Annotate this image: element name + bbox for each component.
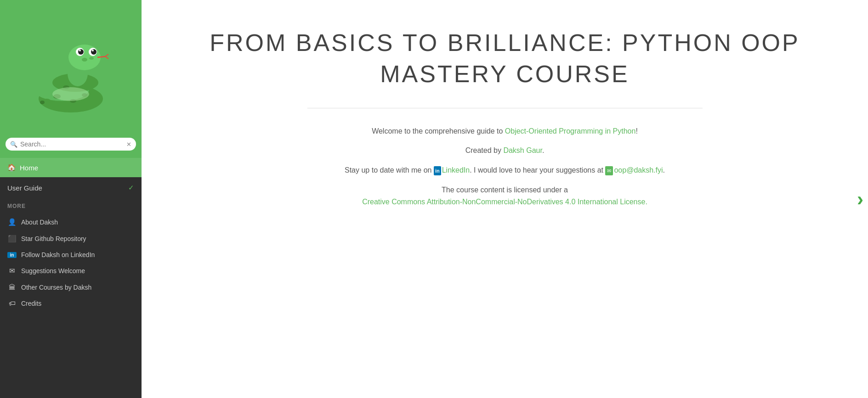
more-section: MORE 👤 About Daksh ⬛ Star Github Reposit… [0, 196, 142, 315]
search-icon: 🔍 [10, 141, 17, 148]
svg-point-16 [82, 58, 87, 62]
email-inline-icon: ✉ [605, 166, 613, 176]
stay-updated-suffix: . [663, 166, 665, 174]
suggestions-label: Suggestions Welcome [21, 267, 85, 275]
svg-point-23 [40, 101, 45, 104]
more-label: MORE [7, 203, 134, 209]
license-link-text: Creative Commons Attribution-NonCommerci… [362, 198, 645, 206]
divider [307, 108, 703, 108]
main-content: FROM BASICS TO BRILLIANCE: PYTHON OOP MA… [142, 0, 868, 398]
user-guide-check-icon: ✓ [128, 184, 134, 192]
oop-highlight: Object-Oriented Programming in Python [505, 127, 636, 135]
linkedin-icon: in [7, 252, 17, 258]
svg-point-15 [92, 50, 94, 51]
created-by: Created by Daksh Gaur. [465, 146, 545, 155]
author-link[interactable]: Daksh Gaur [503, 146, 542, 154]
svg-point-12 [78, 49, 84, 55]
send-icon: ✉ [7, 267, 17, 275]
user-guide-label: User Guide [7, 184, 42, 192]
search-clear-button[interactable]: ✕ [126, 141, 131, 148]
sidebar-item-follow-linkedin[interactable]: in Follow Daksh on LinkedIn [7, 247, 134, 263]
sidebar-item-suggestions[interactable]: ✉ Suggestions Welcome [7, 263, 134, 279]
created-by-suffix: . [542, 146, 544, 154]
sidebar-item-star-github[interactable]: ⬛ Star Github Repository [7, 230, 134, 247]
search-bar: 🔍 ✕ [0, 133, 142, 158]
welcome-prefix: Welcome to the comprehensive guide to [372, 127, 505, 135]
stay-updated-prefix: Stay up to date with me on [345, 166, 434, 174]
search-container: 🔍 ✕ [6, 138, 136, 151]
sidebar: 🔍 ✕ 🏠 Home User Guide ✓ MORE 👤 About Dak… [0, 0, 142, 398]
linkedin-link[interactable]: LinkedIn [442, 166, 470, 174]
github-icon: ⬛ [7, 235, 17, 243]
content-area: FROM BASICS TO BRILLIANCE: PYTHON OOP MA… [142, 0, 868, 398]
welcome-suffix: ! [635, 127, 637, 135]
star-github-label: Star Github Repository [21, 235, 86, 242]
welcome-text: Welcome to the comprehensive guide to Ob… [372, 125, 638, 137]
sidebar-item-about-daksh[interactable]: 👤 About Daksh [7, 214, 134, 230]
page-title: FROM BASICS TO BRILLIANCE: PYTHON OOP MA… [178, 28, 831, 90]
home-icon: 🏠 [7, 163, 16, 172]
created-by-prefix: Created by [465, 146, 504, 154]
home-label: Home [20, 164, 38, 172]
svg-point-9 [68, 45, 101, 70]
svg-line-20 [105, 56, 108, 59]
license-text: The course content is licensed under a [442, 186, 568, 194]
sidebar-item-other-courses[interactable]: 🏛 Other Courses by Daksh [7, 279, 134, 295]
license-link[interactable]: Creative Commons Attribution-NonCommerci… [362, 198, 647, 206]
svg-point-13 [91, 49, 96, 55]
email-link[interactable]: oop@daksh.fyi [614, 166, 663, 174]
svg-point-17 [89, 57, 94, 60]
person-icon: 👤 [7, 218, 17, 226]
snake-logo [25, 16, 117, 117]
stay-updated-text: Stay up to date with me on inLinkedIn. I… [345, 164, 665, 176]
user-guide-section[interactable]: User Guide ✓ [0, 177, 142, 196]
svg-point-14 [79, 50, 81, 51]
credits-icon: 🏷 [7, 299, 17, 307]
linkedin-inline-icon: in [434, 166, 441, 176]
stay-updated-mid: . I would love to hear your suggestions … [470, 166, 605, 174]
sidebar-item-credits[interactable]: 🏷 Credits [7, 295, 134, 311]
svg-line-19 [105, 54, 108, 56]
home-nav-item[interactable]: 🏠 Home [0, 158, 142, 177]
about-daksh-label: About Daksh [21, 219, 58, 226]
sidebar-header [0, 0, 142, 133]
search-input[interactable] [20, 140, 126, 148]
credits-label: Credits [21, 300, 41, 307]
svg-point-21 [52, 87, 89, 101]
bank-icon: 🏛 [7, 283, 17, 291]
license-suffix: . [645, 198, 647, 206]
other-courses-label: Other Courses by Daksh [21, 284, 91, 291]
follow-linkedin-label: Follow Daksh on LinkedIn [21, 251, 95, 258]
next-page-arrow[interactable]: › [857, 188, 863, 210]
